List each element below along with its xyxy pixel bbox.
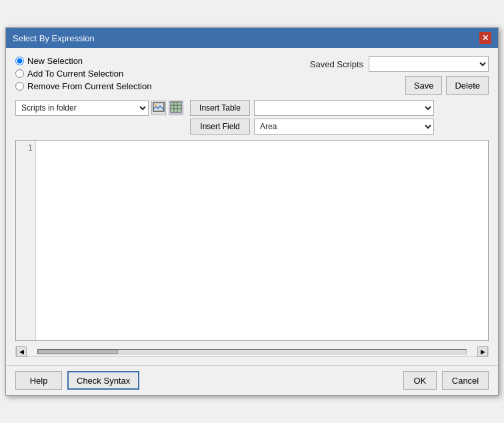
scroll-left-arrow[interactable]: ◀ (16, 346, 27, 357)
insert-field-button[interactable]: Insert Field (190, 119, 250, 135)
saved-scripts-section: Saved Scripts Save Delete (310, 56, 489, 95)
svg-point-1 (155, 105, 157, 107)
radio-add-selection: Add To Current Selection (15, 69, 151, 79)
table-icon[interactable] (169, 101, 183, 115)
scrollbar-thumb[interactable] (38, 350, 118, 354)
check-syntax-button[interactable]: Check Syntax (67, 371, 139, 390)
cancel-button[interactable]: Cancel (442, 371, 489, 390)
select-by-expression-dialog: Select By Expression ✕ New Selection Add… (5, 27, 499, 396)
radio-new-label: New Selection (27, 56, 83, 66)
save-button[interactable]: Save (405, 76, 443, 95)
saved-scripts-label: Saved Scripts (310, 59, 363, 69)
radio-add-label: Add To Current Selection (27, 69, 123, 79)
help-button[interactable]: Help (15, 371, 62, 390)
saved-scripts-buttons: Save Delete (405, 76, 489, 95)
svg-rect-2 (171, 102, 181, 113)
radio-remove-input[interactable] (15, 82, 24, 91)
bottom-bar: Help Check Syntax OK Cancel (6, 365, 498, 395)
selection-mode-group: New Selection Add To Current Selection R… (15, 56, 151, 91)
mid-section: Scripts in folder (15, 100, 489, 135)
ok-button[interactable]: OK (403, 371, 437, 390)
bottom-right-buttons: OK Cancel (403, 371, 489, 390)
insert-table-button[interactable]: Insert Table (190, 100, 250, 116)
scripts-folder-dropdown[interactable]: Scripts in folder (15, 100, 149, 116)
expression-editor[interactable] (36, 141, 488, 340)
left-toolbar: Scripts in folder (15, 100, 183, 116)
right-inserts: Insert Table Insert Field Area (190, 100, 434, 135)
line-numbers: 1 (16, 141, 36, 340)
insert-table-dropdown[interactable] (254, 100, 434, 116)
scroll-right-arrow[interactable]: ▶ (477, 346, 488, 357)
scrollbar-track[interactable] (37, 349, 467, 354)
close-button[interactable]: ✕ (479, 32, 491, 44)
image-icon[interactable] (151, 101, 166, 115)
radio-remove-label: Remove From Current Selection (27, 81, 151, 91)
saved-scripts-dropdown[interactable] (369, 56, 489, 72)
saved-scripts-row: Saved Scripts (310, 56, 489, 72)
radio-new-input[interactable] (15, 57, 24, 65)
insert-table-row: Insert Table (190, 100, 434, 116)
radio-add-input[interactable] (15, 69, 24, 78)
insert-field-row: Insert Field Area (190, 119, 434, 135)
editor-area: 1 (15, 140, 489, 341)
delete-button[interactable]: Delete (446, 76, 489, 95)
title-bar: Select By Expression ✕ (6, 28, 498, 48)
bottom-left-buttons: Help Check Syntax (15, 371, 139, 390)
dialog-body: New Selection Add To Current Selection R… (6, 48, 498, 365)
insert-field-dropdown[interactable]: Area (254, 119, 434, 135)
top-section: New Selection Add To Current Selection R… (15, 56, 489, 95)
radio-remove-selection: Remove From Current Selection (15, 81, 151, 91)
radio-new-selection: New Selection (15, 56, 151, 66)
horizontal-scrollbar[interactable]: ◀ ▶ (15, 346, 489, 357)
dialog-title: Select By Expression (13, 33, 95, 43)
line-number-1: 1 (19, 143, 33, 153)
